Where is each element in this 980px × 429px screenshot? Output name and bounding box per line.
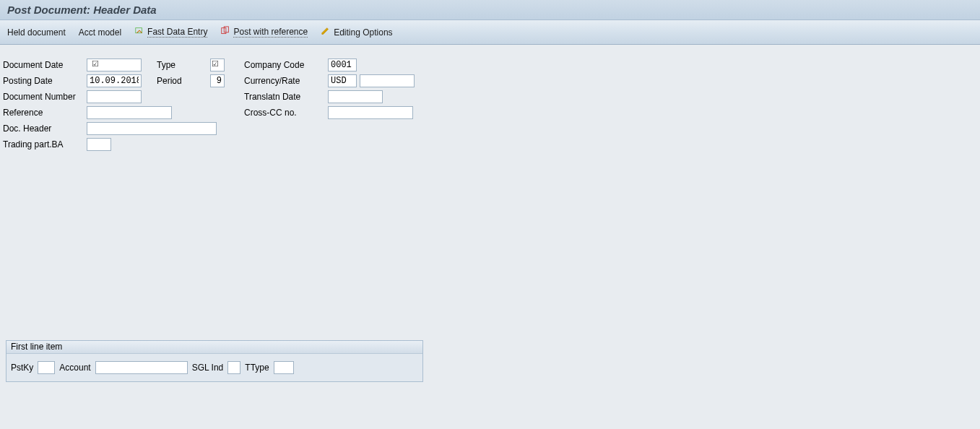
translatn-date-label: Translatn Date [244, 92, 328, 102]
ttype-label: TType [245, 363, 269, 373]
acct-model-button[interactable]: Acct model [79, 27, 121, 38]
posting-date-label: Posting Date [3, 76, 87, 86]
first-line-item-body: PstKy Account SGL Ind TType [6, 354, 422, 381]
sgl-ind-input[interactable] [227, 361, 240, 374]
sgl-ind-label: SGL Ind [192, 363, 224, 373]
editing-options-button[interactable]: Editing Options [321, 26, 392, 38]
type-label: Type [157, 60, 210, 70]
document-number-input[interactable] [87, 90, 142, 103]
trading-part-ba-input[interactable] [87, 138, 111, 151]
pstky-label: PstKy [11, 363, 33, 373]
title-bar: Post Document: Header Data [0, 0, 980, 20]
doc-header-label: Doc. Header [3, 124, 87, 134]
doc-header-input[interactable] [87, 122, 217, 135]
type-input[interactable] [210, 58, 225, 72]
account-label: Account [59, 363, 90, 373]
fast-data-entry-icon [134, 26, 144, 38]
pencil-icon [321, 26, 331, 38]
post-with-reference-icon [220, 26, 230, 38]
currency-rate-input[interactable] [328, 74, 357, 87]
cross-cc-no-label: Cross-CC no. [244, 108, 328, 118]
trading-part-ba-label: Trading part.BA [3, 139, 87, 150]
document-date-label: Document Date [3, 60, 87, 70]
form-area: Document Date ☑ Posting Date Document Nu… [0, 45, 980, 339]
reference-label: Reference [3, 108, 87, 118]
first-line-item-panel: First line item PstKy Account SGL Ind TT… [6, 340, 423, 382]
acct-model-label: Acct model [79, 27, 121, 38]
company-code-label: Company Code [244, 60, 328, 70]
application-toolbar: Held document Acct model Fast Data Entry… [0, 20, 980, 45]
currency-rate-extra-input[interactable] [360, 74, 415, 87]
document-number-label: Document Number [3, 92, 87, 102]
document-date-input[interactable] [87, 58, 142, 72]
reference-input[interactable] [87, 106, 172, 119]
translatn-date-input[interactable] [328, 90, 383, 103]
editing-options-label: Editing Options [334, 27, 392, 38]
account-input[interactable] [95, 361, 188, 374]
fast-data-entry-label: Fast Data Entry [147, 27, 207, 38]
currency-rate-label: Currency/Rate [244, 76, 328, 86]
posting-date-input[interactable] [87, 74, 142, 87]
cross-cc-no-input[interactable] [328, 106, 413, 119]
ttype-input[interactable] [274, 361, 294, 374]
page-title: Post Document: Header Data [7, 4, 157, 16]
first-line-item-title: First line item [6, 341, 422, 354]
pstky-input[interactable] [38, 361, 55, 374]
period-label: Period [157, 76, 210, 86]
post-with-reference-label: Post with reference [233, 27, 308, 38]
post-with-reference-button[interactable]: Post with reference [220, 26, 308, 38]
company-code-input[interactable] [328, 58, 357, 72]
period-input[interactable] [210, 74, 225, 87]
held-document-button[interactable]: Held document [7, 27, 66, 38]
held-document-label: Held document [7, 27, 66, 38]
fast-data-entry-button[interactable]: Fast Data Entry [134, 26, 207, 38]
